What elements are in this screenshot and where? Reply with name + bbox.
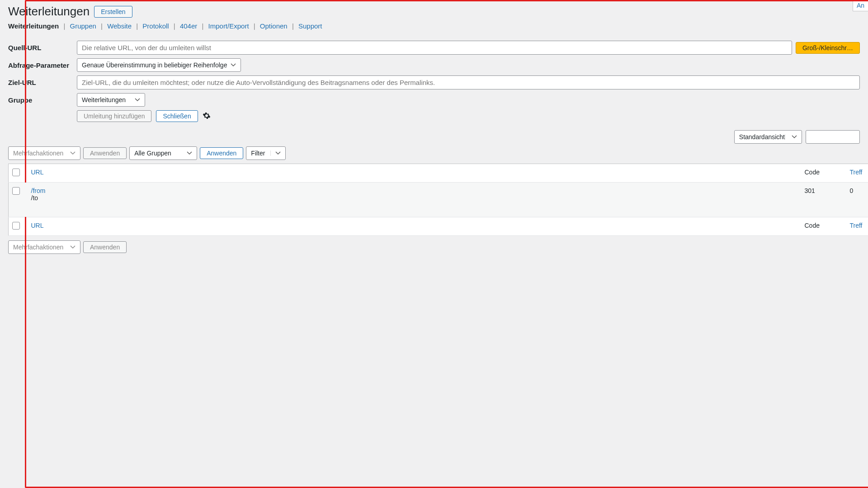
bulk-actions-select[interactable]: Mehrfachaktionen [8,146,80,160]
redirects-table: URL Code Treff /from /to 301 0 URL Code [8,164,868,236]
row-checkbox[interactable] [12,187,20,195]
col-hits[interactable]: Treff [850,169,863,176]
chevron-down-icon [785,134,797,140]
display-value: Standardansicht [739,133,785,141]
group-select[interactable]: Weiterleitungen [77,93,145,107]
table-row[interactable]: /from /to 301 0 [9,183,868,217]
row-source-url[interactable]: /from [31,187,797,194]
source-url-input[interactable] [77,41,792,55]
row-hits: 0 [846,183,868,217]
bulk-actions-value: Mehrfachaktionen [13,150,63,157]
col-url[interactable]: URL [31,169,44,176]
bulk-actions-value-bottom: Mehrfachaktionen [13,244,63,251]
group-filter-select[interactable]: Alle Gruppen [129,146,197,160]
chevron-down-icon [270,150,281,156]
query-param-label: Abfrage-Parameter [8,61,77,69]
chevron-down-icon [70,150,75,156]
filter-label: Filter [251,150,265,157]
query-param-select[interactable]: Genaue Übereinstimmung in beliebiger Rei… [77,58,241,72]
case-button[interactable]: Groß-/Kleinschr… [796,42,860,54]
create-button[interactable]: Erstellen [94,6,132,18]
col-url-footer[interactable]: URL [31,222,44,229]
top-right-button[interactable]: An [853,0,868,11]
col-code: Code [805,169,820,176]
add-redirect-button[interactable]: Umleitung hinzufügen [77,110,151,122]
tab-log[interactable]: Protokoll [142,22,169,30]
row-code: 301 [801,183,846,217]
target-url-label: Ziel-URL [8,79,77,86]
tab-support[interactable]: Support [298,22,322,30]
tab-404[interactable]: 404er [180,22,197,30]
filter-select[interactable]: Filter [246,146,286,160]
search-input[interactable] [806,130,860,144]
col-hits-footer[interactable]: Treff [850,222,863,229]
query-param-value: Genaue Übereinstimmung in beliebiger Rei… [82,61,227,69]
group-filter-value: Alle Gruppen [134,150,171,157]
select-all-checkbox[interactable] [12,169,20,176]
tab-redirections[interactable]: Weiterleitungen [8,22,59,30]
row-target-url: /to [31,194,797,202]
gear-icon[interactable] [203,112,211,121]
group-label: Gruppe [8,96,77,104]
tab-nav: Weiterleitungen | Gruppen | Website | Pr… [8,22,860,30]
bulk-apply-button[interactable]: Anwenden [83,147,127,159]
bulk-actions-select-bottom[interactable]: Mehrfachaktionen [8,240,80,254]
bulk-apply-button-bottom[interactable]: Anwenden [83,241,127,253]
tab-options[interactable]: Optionen [260,22,288,30]
filter-apply-button[interactable]: Anwenden [200,147,243,159]
chevron-down-icon [70,244,75,250]
chevron-down-icon [126,97,140,103]
select-all-checkbox-footer[interactable] [12,222,20,230]
source-url-label: Quell-URL [8,44,77,52]
col-code-footer: Code [805,222,820,229]
tab-website[interactable]: Website [107,22,132,30]
close-button[interactable]: Schließen [156,110,198,122]
tab-importexport[interactable]: Import/Export [208,22,249,30]
tab-groups[interactable]: Gruppen [70,22,96,30]
display-select[interactable]: Standardansicht [734,130,802,144]
target-url-input[interactable] [77,75,860,89]
chevron-down-icon [231,62,236,68]
chevron-down-icon [173,150,192,156]
group-select-value: Weiterleitungen [82,96,126,103]
page-title: Weiterleitungen [8,5,90,19]
